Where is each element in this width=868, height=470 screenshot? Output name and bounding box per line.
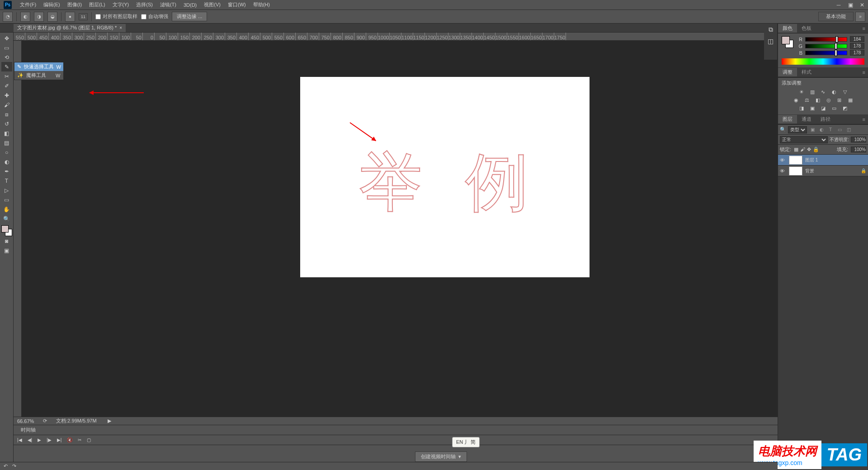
levels-icon[interactable]: ▥: [808, 88, 816, 95]
exposure-icon[interactable]: ◐: [830, 88, 838, 95]
fill-input[interactable]: [851, 147, 866, 152]
sample-all-input[interactable]: [95, 14, 101, 19]
new-selection-icon[interactable]: ◐: [20, 12, 30, 22]
path-select-tool[interactable]: ▷: [1, 185, 12, 195]
stamp-tool[interactable]: ⧈: [1, 109, 12, 119]
layer-name[interactable]: 背景: [805, 168, 858, 174]
photo-filter-icon[interactable]: ◎: [825, 96, 833, 104]
zoom-level[interactable]: 66.67%: [17, 418, 34, 424]
dodge-tool[interactable]: ◐: [1, 157, 12, 166]
lock-icon[interactable]: 🔒: [861, 168, 866, 173]
filter-type-icon[interactable]: T: [827, 126, 834, 133]
timeline-last-icon[interactable]: ▶|: [57, 437, 62, 442]
menu-type[interactable]: 文字(Y): [109, 0, 133, 9]
layer-thumbnail[interactable]: [789, 166, 802, 176]
eraser-tool[interactable]: ◧: [1, 128, 12, 138]
blend-mode-select[interactable]: 正常: [780, 136, 828, 143]
move-tool[interactable]: ✥: [1, 33, 12, 43]
sample-all-layers-checkbox[interactable]: 对所有图层取样: [95, 13, 137, 20]
menu-3d[interactable]: 3D(D): [180, 1, 200, 9]
properties-panel-icon[interactable]: ◫: [766, 36, 776, 46]
visibility-icon[interactable]: 👁: [780, 157, 786, 163]
workspace-switcher[interactable]: 基本功能: [818, 12, 854, 21]
r-slider[interactable]: [805, 37, 847, 42]
layer-row[interactable]: 👁 背景 🔒: [778, 166, 868, 176]
lasso-tool[interactable]: ⟲: [1, 52, 12, 62]
close-tab-icon[interactable]: ×: [119, 25, 122, 30]
zoom-tool[interactable]: 🔍: [1, 214, 12, 223]
refine-edge-button[interactable]: 调整边缘 ...: [172, 12, 207, 21]
color-lookup-icon[interactable]: ▦: [846, 96, 854, 104]
menu-edit[interactable]: 编辑(E): [40, 0, 64, 9]
timeline-prev-icon[interactable]: ◀|: [28, 437, 33, 442]
lock-transparency-icon[interactable]: ▦: [794, 147, 798, 152]
styles-tab[interactable]: 样式: [797, 68, 816, 76]
canvas-background[interactable]: 举 例: [22, 41, 868, 417]
history-panel-icon[interactable]: ⧉: [766, 24, 776, 34]
ime-indicator[interactable]: EN 丿 简: [452, 437, 480, 447]
lock-position-icon[interactable]: ✥: [807, 147, 811, 152]
b-slider[interactable]: [805, 51, 847, 55]
menu-layer[interactable]: 图层(L): [85, 0, 108, 9]
status-play-icon[interactable]: ▶: [108, 418, 111, 424]
maximize-button[interactable]: ▣: [844, 0, 856, 9]
minimize-button[interactable]: ─: [833, 0, 844, 9]
menu-help[interactable]: 帮助(H): [250, 0, 274, 9]
hue-icon[interactable]: ◉: [792, 96, 800, 104]
filter-adjust-icon[interactable]: ◐: [818, 126, 825, 133]
hand-tool[interactable]: ✋: [1, 204, 12, 214]
timeline-play-icon[interactable]: ▶: [38, 437, 41, 442]
shape-tool[interactable]: ▭: [1, 195, 12, 204]
curves-icon[interactable]: ∿: [819, 88, 827, 95]
menu-file[interactable]: 文件(F): [16, 0, 40, 9]
blur-tool[interactable]: ○: [1, 147, 12, 157]
layer-row[interactable]: 👁 图层 1: [778, 155, 868, 166]
eyedropper-tool[interactable]: ✐: [1, 81, 12, 90]
pen-tool[interactable]: ✒: [1, 166, 12, 176]
healing-tool[interactable]: ✚: [1, 90, 12, 100]
footer-fwd-icon[interactable]: ↷: [12, 463, 16, 469]
lock-all-icon[interactable]: 🔒: [813, 147, 819, 152]
timeline-audio-icon[interactable]: 🔇: [67, 437, 72, 442]
color-balance-icon[interactable]: ⚖: [803, 96, 811, 104]
gradient-tool[interactable]: ▤: [1, 138, 12, 147]
subtract-selection-icon[interactable]: ◒: [47, 12, 57, 22]
foreground-color[interactable]: [1, 225, 9, 233]
paths-tab[interactable]: 路径: [816, 115, 835, 123]
fg-swatch[interactable]: [782, 36, 790, 44]
timeline-cut-icon[interactable]: ✂: [78, 437, 81, 442]
footer-back-icon[interactable]: ↶: [4, 463, 8, 469]
adjustments-tab[interactable]: 调整: [778, 68, 797, 76]
brush-picker-icon[interactable]: ●: [65, 12, 75, 22]
document-tab[interactable]: 文字图片素材.jpg @ 66.7% (图层 1, RGB/8) * ×: [14, 24, 126, 32]
bw-icon[interactable]: ◧: [814, 96, 822, 104]
g-value[interactable]: [850, 43, 864, 49]
quick-mask-tool[interactable]: ◙: [1, 236, 12, 246]
close-button[interactable]: ✕: [856, 0, 868, 9]
timeline-transition-icon[interactable]: ▢: [87, 437, 91, 442]
add-selection-icon[interactable]: ◑: [34, 12, 44, 22]
swatches-tab[interactable]: 色板: [797, 24, 816, 33]
timeline-first-icon[interactable]: |◀: [17, 437, 22, 442]
channel-mixer-icon[interactable]: ⊞: [835, 96, 844, 104]
r-value[interactable]: [850, 36, 864, 42]
color-ramp[interactable]: [782, 58, 864, 65]
brush-tool[interactable]: 🖌: [1, 100, 12, 109]
workspace-menu-icon[interactable]: »: [855, 12, 865, 22]
tool-preset-icon[interactable]: ◔: [3, 12, 13, 22]
history-brush-tool[interactable]: ↺: [1, 119, 12, 128]
adjust-panel-menu-icon[interactable]: ≡: [860, 70, 868, 75]
color-panel-menu-icon[interactable]: ≡: [860, 26, 868, 31]
brightness-icon[interactable]: ☀: [797, 88, 806, 95]
vibrance-icon[interactable]: ▽: [841, 88, 849, 95]
opacity-input[interactable]: [851, 137, 866, 142]
color-tab[interactable]: 颜色: [778, 24, 797, 33]
flyout-magic-wand[interactable]: ✨ 魔棒工具 W: [14, 71, 63, 80]
selective-color-icon[interactable]: ◩: [841, 104, 849, 112]
filter-shape-icon[interactable]: ▭: [836, 126, 843, 133]
b-value[interactable]: [850, 50, 864, 56]
invert-icon[interactable]: ◨: [797, 104, 806, 112]
layer-thumbnail[interactable]: [789, 156, 802, 165]
color-swatches[interactable]: [1, 225, 12, 236]
timeline-tab-label[interactable]: 时间轴: [17, 426, 39, 434]
